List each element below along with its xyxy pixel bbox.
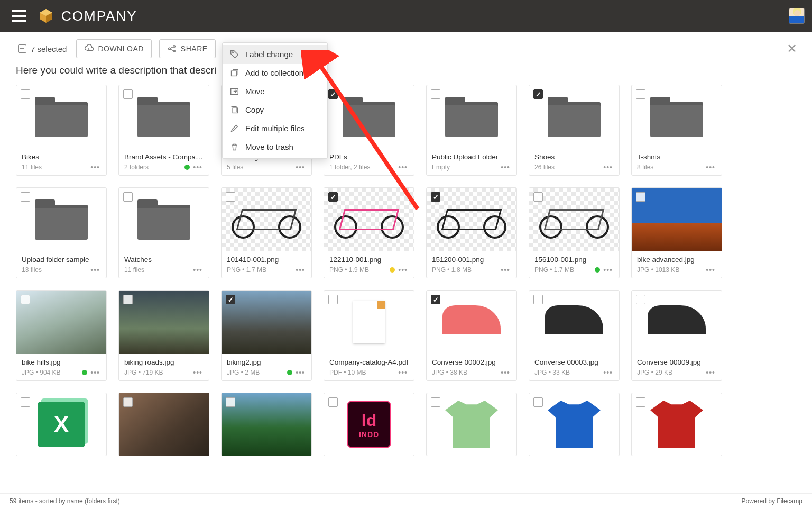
asset-card[interactable]: Converse 00002.jpg JPG • 38 KB ••• xyxy=(426,290,517,381)
select-checkbox[interactable] xyxy=(226,295,235,304)
more-button[interactable]: ••• xyxy=(89,266,101,274)
label-dot xyxy=(184,165,190,170)
tag-icon xyxy=(230,50,239,59)
select-checkbox[interactable] xyxy=(636,295,645,304)
asset-card[interactable] xyxy=(426,393,517,456)
trash-icon xyxy=(230,142,239,151)
select-checkbox[interactable] xyxy=(123,89,133,99)
app-header: COMPANY xyxy=(0,0,812,32)
card-title: bike advanced.jpg xyxy=(637,256,716,264)
asset-card[interactable]: Bikes 11 files ••• xyxy=(16,85,107,176)
more-button[interactable]: ••• xyxy=(705,266,716,274)
thumbnail xyxy=(222,393,311,456)
menu-button[interactable] xyxy=(12,10,26,22)
asset-card[interactable]: 156100-001.png PNG • 1.7 MB ••• xyxy=(529,187,620,278)
select-checkbox[interactable] xyxy=(328,397,338,407)
asset-card[interactable]: Brand Assets - Company Inc. 2 folders ••… xyxy=(118,85,209,176)
select-checkbox[interactable] xyxy=(533,89,543,99)
card-title: T-shirts xyxy=(637,153,716,161)
card-title: 151200-001.png xyxy=(432,256,511,264)
select-checkbox[interactable] xyxy=(21,192,30,202)
select-checkbox[interactable] xyxy=(21,89,30,99)
asset-card[interactable]: 151200-001.png PNG • 1.8 MB ••• xyxy=(426,187,517,278)
select-checkbox[interactable] xyxy=(123,295,133,304)
asset-card[interactable]: Converse 00003.jpg JPG • 33 KB ••• xyxy=(529,290,620,381)
more-button[interactable]: ••• xyxy=(192,163,204,171)
select-checkbox[interactable] xyxy=(636,192,645,202)
more-button[interactable]: ••• xyxy=(500,368,511,377)
asset-card[interactable] xyxy=(118,393,209,456)
more-button[interactable]: ••• xyxy=(500,266,511,274)
thumbnail xyxy=(119,393,209,456)
asset-card[interactable]: Upload folder sample 13 files ••• xyxy=(16,187,107,278)
select-checkbox[interactable] xyxy=(123,397,133,407)
select-checkbox[interactable] xyxy=(533,295,543,304)
asset-card[interactable]: Converse 00009.jpg JPG • 29 KB ••• xyxy=(631,290,722,381)
selected-count[interactable]: 7 selected xyxy=(16,41,69,57)
card-subtitle: PNG • 1.9 MB xyxy=(329,266,390,274)
more-button[interactable]: ••• xyxy=(294,368,306,377)
select-checkbox[interactable] xyxy=(431,295,440,304)
asset-card[interactable] xyxy=(631,393,722,456)
asset-card[interactable]: biking roads.jpg JPG • 719 KB ••• xyxy=(118,290,209,381)
asset-card[interactable]: bike advanced.jpg JPG • 1013 KB ••• xyxy=(631,187,722,278)
select-checkbox[interactable] xyxy=(533,192,543,202)
more-button[interactable]: ••• xyxy=(602,266,614,274)
more-button[interactable]: ••• xyxy=(602,368,614,377)
asset-card[interactable]: bike hills.jpg JPG • 904 KB ••• xyxy=(16,290,107,381)
select-checkbox[interactable] xyxy=(533,397,543,407)
asset-card[interactable]: Watches 11 files ••• xyxy=(118,187,209,278)
select-checkbox[interactable] xyxy=(21,295,30,304)
more-button[interactable]: ••• xyxy=(294,266,306,274)
asset-card[interactable]: Shoes 26 files ••• xyxy=(529,85,620,176)
select-checkbox[interactable] xyxy=(636,89,645,99)
more-button[interactable]: ••• xyxy=(705,368,716,377)
folder-icon xyxy=(35,199,88,240)
share-icon xyxy=(167,44,177,53)
thumbnail xyxy=(529,188,619,251)
collection-icon xyxy=(230,68,239,77)
asset-card[interactable]: Public Upload Folder Empty ••• xyxy=(426,85,517,176)
close-selection-button[interactable]: ✕ xyxy=(787,41,797,56)
asset-card[interactable]: T-shirts 8 files ••• xyxy=(631,85,722,176)
more-button[interactable]: ••• xyxy=(192,266,204,274)
asset-card[interactable]: IdINDD xyxy=(324,393,414,456)
more-button[interactable]: ••• xyxy=(397,266,409,274)
asset-card[interactable] xyxy=(529,393,620,456)
svg-point-0 xyxy=(169,48,171,50)
more-button[interactable]: ••• xyxy=(89,163,101,171)
card-meta: 156100-001.png PNG • 1.7 MB ••• xyxy=(529,251,619,278)
select-checkbox[interactable] xyxy=(431,89,440,99)
select-checkbox[interactable] xyxy=(21,397,30,407)
brand-logo[interactable]: COMPANY xyxy=(38,8,137,24)
asset-card[interactable]: X xyxy=(16,393,107,456)
more-button[interactable]: ••• xyxy=(602,163,614,171)
card-title: Converse 00003.jpg xyxy=(534,358,614,366)
select-checkbox[interactable] xyxy=(431,397,440,407)
card-subtitle: JPG • 2 MB xyxy=(227,369,287,376)
label-dot xyxy=(287,370,292,375)
share-button[interactable]: SHARE xyxy=(159,39,216,58)
select-checkbox[interactable] xyxy=(431,192,440,202)
more-button[interactable]: ••• xyxy=(705,163,716,171)
more-button[interactable]: ••• xyxy=(192,368,204,377)
more-button[interactable]: ••• xyxy=(500,163,511,171)
download-button[interactable]: DOWNLOAD xyxy=(76,39,151,58)
more-button[interactable]: ••• xyxy=(89,368,101,377)
more-button[interactable]: ••• xyxy=(397,368,409,377)
select-checkbox[interactable] xyxy=(226,192,235,202)
asset-card[interactable]: biking2.jpg JPG • 2 MB ••• xyxy=(221,290,312,381)
card-subtitle: PNG • 1.7 MB xyxy=(227,266,294,274)
asset-card[interactable]: 101410-001.png PNG • 1.7 MB ••• xyxy=(221,187,312,278)
user-avatar[interactable] xyxy=(789,8,805,24)
thumbnail xyxy=(632,291,722,354)
asset-card[interactable] xyxy=(221,393,312,456)
select-checkbox[interactable] xyxy=(636,397,645,407)
card-title: Converse 00002.jpg xyxy=(432,358,511,366)
card-subtitle: 8 files xyxy=(637,164,705,171)
folder-icon xyxy=(137,199,190,240)
asset-card[interactable]: Company-catalog-A4.pdf PDF • 10 MB ••• xyxy=(324,290,414,381)
select-checkbox[interactable] xyxy=(328,295,338,304)
select-checkbox[interactable] xyxy=(226,397,235,407)
select-checkbox[interactable] xyxy=(123,192,133,202)
